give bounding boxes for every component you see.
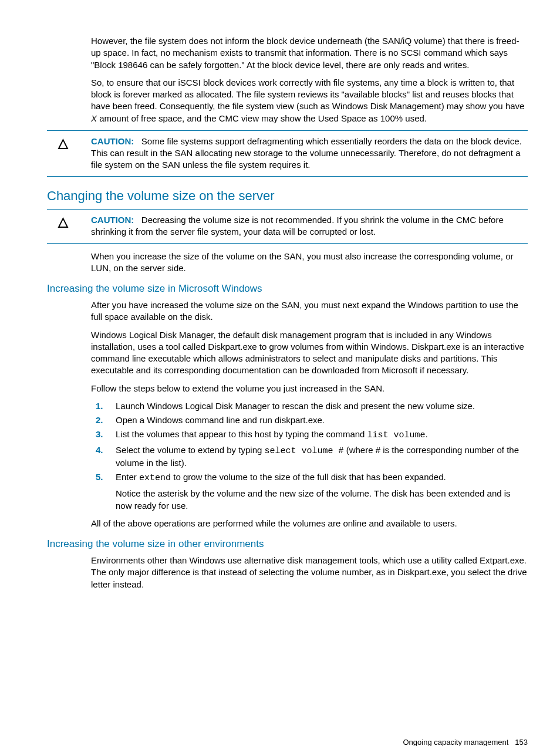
win-paragraph-3: Follow the steps below to extend the vol…	[91, 383, 528, 394]
step-5: Enter extend to grow the volume to the s…	[112, 471, 528, 512]
win-paragraph-1: After you have increased the volume size…	[91, 299, 528, 323]
caution-label: CAUTION:	[91, 215, 134, 225]
heading-changing-volume-size: Changing the volume size on the server	[47, 187, 528, 205]
caution-icon: △	[47, 136, 79, 171]
step-3: List the volumes that appear to this hos…	[112, 428, 528, 441]
win-paragraph-4: All of the above operations are performe…	[91, 518, 528, 529]
caution-body: CAUTION: Some file systems support defra…	[79, 136, 528, 171]
caution-box-defragment: △ CAUTION: Some file systems support def…	[47, 130, 528, 177]
caution-box-decrease: △ CAUTION: Decreasing the volume size is…	[47, 209, 528, 244]
step-1: Launch Windows Logical Disk Manager to r…	[112, 400, 528, 412]
caution-icon: △	[47, 214, 79, 238]
page-footer: Ongoing capacity management 153	[47, 737, 528, 746]
footer-section-title: Ongoing capacity management	[403, 738, 509, 746]
win-paragraph-2: Windows Logical Disk Manager, the defaul…	[91, 329, 528, 377]
caution-text: Decreasing the volume size is not recomm…	[91, 215, 504, 237]
intro-paragraph-2: So, to ensure that our iSCSI block devic…	[91, 77, 528, 124]
step-2: Open a Windows command line and run disk…	[112, 414, 528, 426]
other-paragraph-1: Environments other than Windows use alte…	[91, 555, 528, 590]
heading-increasing-other: Increasing the volume size in other envi…	[47, 538, 528, 551]
steps-list: Launch Windows Logical Disk Manager to r…	[91, 400, 528, 512]
intro-paragraph-1: However, the file system does not inform…	[91, 35, 528, 71]
caution-label: CAUTION:	[91, 136, 134, 146]
heading-increasing-windows: Increasing the volume size in Microsoft …	[47, 282, 528, 296]
footer-page-number: 153	[515, 738, 528, 746]
caution-text: Some file systems support defragmenting …	[91, 136, 522, 170]
caution-body: CAUTION: Decreasing the volume size is n…	[79, 214, 528, 238]
step-5-note: Notice the asterisk by the volume and th…	[116, 488, 528, 512]
paragraph-after-caution: When you increase the size of the volume…	[91, 251, 528, 275]
step-4: Select the volume to extend by typing se…	[112, 444, 528, 470]
